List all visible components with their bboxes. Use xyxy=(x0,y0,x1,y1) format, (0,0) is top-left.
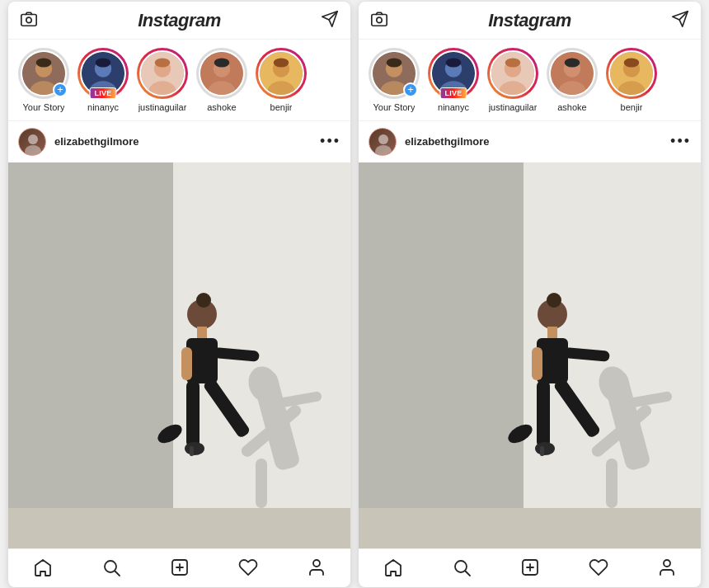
story-label-ninanyc: ninanyc xyxy=(87,102,119,112)
svg-point-103 xyxy=(664,560,670,567)
story-label-ashoke: ashoke xyxy=(557,102,586,112)
nav-home-icon[interactable] xyxy=(33,557,53,577)
svg-rect-27 xyxy=(8,162,173,548)
live-badge: LIVE xyxy=(439,87,467,99)
story-label-ashoke: ashoke xyxy=(207,102,236,112)
nav-heart-icon[interactable] xyxy=(589,557,608,577)
svg-point-62 xyxy=(446,58,462,67)
svg-point-25 xyxy=(25,145,41,156)
svg-point-53 xyxy=(377,17,382,22)
phone-left: Instagram +Your Story LIVEninanyc justin… xyxy=(8,2,350,587)
story-item-benjir[interactable]: benjir xyxy=(256,48,307,112)
post-image xyxy=(359,162,701,548)
post-username: elizabethgilmore xyxy=(405,135,662,148)
bottom-nav xyxy=(8,548,350,587)
camera-icon[interactable] xyxy=(20,10,38,32)
nav-heart-icon[interactable] xyxy=(238,557,258,577)
story-label-benjir: benjir xyxy=(621,102,643,112)
story-label-justinaguilar: justinaguilar xyxy=(489,102,538,112)
svg-rect-45 xyxy=(190,446,194,456)
nav-search-icon[interactable] xyxy=(101,557,121,577)
svg-rect-40 xyxy=(181,347,192,380)
post-more-button[interactable]: ••• xyxy=(670,133,691,150)
story-item-benjir[interactable]: benjir xyxy=(606,48,657,112)
app-title: Instagram xyxy=(138,10,221,31)
nav-search-icon[interactable] xyxy=(452,557,472,577)
svg-rect-79 xyxy=(359,162,524,548)
post-more-button[interactable]: ••• xyxy=(320,133,340,150)
svg-point-51 xyxy=(313,560,320,567)
svg-point-44 xyxy=(185,442,204,455)
story-label-yours: Your Story xyxy=(373,102,416,112)
svg-point-24 xyxy=(28,134,38,144)
post-header: elizabethgilmore ••• xyxy=(8,121,350,162)
svg-point-70 xyxy=(565,58,580,67)
nav-profile-icon[interactable] xyxy=(657,557,677,577)
send-icon[interactable] xyxy=(671,10,689,32)
story-item-ashoke[interactable]: ashoke xyxy=(196,48,247,112)
svg-point-74 xyxy=(624,58,640,67)
post-username: elizabethgilmore xyxy=(54,135,312,148)
svg-point-77 xyxy=(375,145,392,156)
svg-line-99 xyxy=(465,571,470,576)
svg-rect-37 xyxy=(197,327,207,339)
story-label-yours: Your Story xyxy=(23,102,65,112)
svg-point-88 xyxy=(547,293,561,308)
add-story-badge[interactable]: + xyxy=(403,82,418,97)
svg-point-6 xyxy=(36,58,52,67)
bottom-nav xyxy=(359,548,701,587)
svg-rect-93 xyxy=(537,381,550,447)
stories-row: +Your Story LIVEninanyc justinaguilar as… xyxy=(8,40,350,121)
story-label-benjir: benjir xyxy=(270,102,293,112)
svg-point-1 xyxy=(26,17,31,22)
svg-rect-52 xyxy=(372,14,387,26)
story-item-yours[interactable]: +Your Story xyxy=(369,48,420,112)
nav-profile-icon[interactable] xyxy=(307,557,326,577)
svg-point-66 xyxy=(505,58,521,67)
svg-rect-86 xyxy=(606,459,617,508)
story-item-ashoke[interactable]: ashoke xyxy=(547,48,598,112)
svg-rect-0 xyxy=(21,14,36,26)
story-label-justinaguilar: justinaguilar xyxy=(139,102,187,112)
story-item-ninanyc[interactable]: LIVEninanyc xyxy=(77,48,129,112)
nav-add-icon[interactable] xyxy=(520,557,540,577)
header: Instagram xyxy=(8,2,350,40)
svg-rect-81 xyxy=(359,508,701,548)
post-avatar xyxy=(369,128,397,156)
post-image xyxy=(8,162,350,548)
live-badge: LIVE xyxy=(89,87,116,99)
svg-rect-29 xyxy=(8,508,350,548)
add-story-badge[interactable]: + xyxy=(53,82,68,97)
svg-rect-41 xyxy=(186,381,200,447)
post-header: elizabethgilmore ••• xyxy=(359,121,701,162)
phone-right: Instagram +Your Story LIVEninanyc justin… xyxy=(359,2,701,587)
svg-point-96 xyxy=(535,442,555,455)
svg-rect-92 xyxy=(532,347,542,380)
svg-point-36 xyxy=(196,293,211,308)
svg-rect-89 xyxy=(547,327,557,339)
svg-point-10 xyxy=(96,58,111,67)
svg-point-58 xyxy=(387,58,402,67)
story-item-justinaguilar[interactable]: justinaguilar xyxy=(137,48,188,112)
svg-point-14 xyxy=(155,58,171,67)
camera-icon[interactable] xyxy=(370,10,388,32)
svg-rect-97 xyxy=(540,446,544,456)
story-label-ninanyc: ninanyc xyxy=(438,102,469,112)
svg-point-18 xyxy=(214,58,230,67)
app-title: Instagram xyxy=(488,10,571,31)
svg-line-47 xyxy=(115,571,120,576)
nav-home-icon[interactable] xyxy=(383,557,403,577)
svg-rect-34 xyxy=(256,459,267,508)
send-icon[interactable] xyxy=(321,10,339,32)
story-item-yours[interactable]: +Your Story xyxy=(18,48,69,112)
post-avatar xyxy=(18,128,46,156)
svg-point-76 xyxy=(378,134,388,144)
story-item-ninanyc[interactable]: LIVEninanyc xyxy=(428,48,479,112)
nav-add-icon[interactable] xyxy=(170,557,190,577)
story-item-justinaguilar[interactable]: justinaguilar xyxy=(487,48,538,112)
svg-point-22 xyxy=(274,58,289,67)
stories-row: +Your Story LIVEninanyc justinaguilar as… xyxy=(359,40,701,121)
header: Instagram xyxy=(359,2,701,40)
